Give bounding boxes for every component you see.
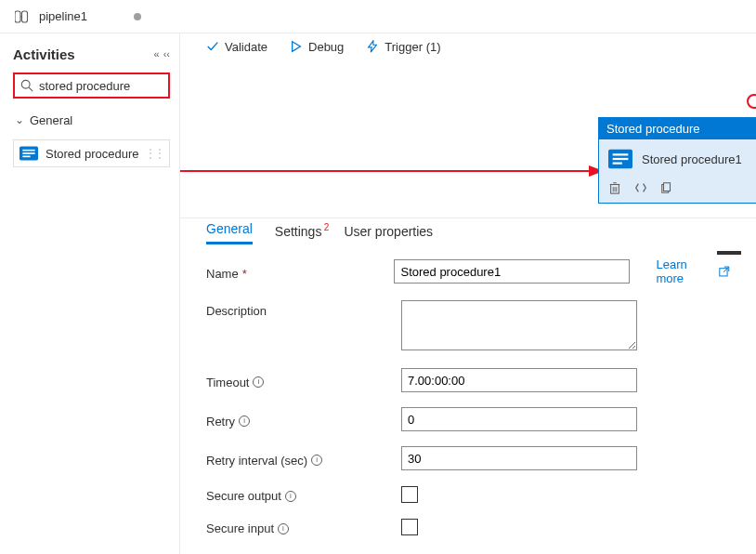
play-icon [290, 40, 303, 53]
secure-output-checkbox[interactable] [401, 486, 418, 503]
delete-icon[interactable] [608, 181, 621, 194]
pipeline-icon [15, 10, 32, 23]
collapse-panel-icon[interactable]: ‹‹ [163, 48, 170, 59]
svg-marker-10 [369, 41, 377, 52]
info-icon[interactable]: i [253, 376, 264, 388]
learn-more-link[interactable]: Learn more [656, 257, 730, 285]
pipeline-canvas[interactable]: Stored procedure Stored procedure1 [180, 59, 756, 218]
drag-grip-icon: ⋮⋮ [145, 147, 163, 160]
secure-input-label: Secure input [206, 521, 274, 535]
activities-panel: Activities « ‹‹ stored procedure ⌄ Gener… [0, 33, 180, 554]
activities-heading: Activities [13, 46, 75, 62]
check-icon [206, 40, 219, 53]
svg-rect-1 [22, 11, 28, 22]
secure-output-label: Secure output [206, 489, 281, 503]
timeout-label: Timeout [206, 376, 249, 389]
info-icon[interactable]: i [278, 523, 289, 534]
debug-button[interactable]: Debug [290, 40, 344, 54]
activity-stored-procedure[interactable]: Stored procedure ⋮⋮ [13, 139, 170, 167]
tab-user-properties[interactable]: User properties [344, 224, 433, 244]
svg-line-27 [723, 267, 729, 272]
chevron-down-icon: ⌄ [13, 113, 26, 126]
annotation-arrow [180, 162, 607, 180]
copy-icon[interactable] [660, 181, 673, 194]
retry-input[interactable] [401, 407, 637, 431]
search-icon [20, 79, 33, 92]
search-text: stored procedure [39, 79, 130, 93]
activities-search-input[interactable]: stored procedure [13, 73, 170, 99]
code-icon[interactable] [634, 181, 647, 194]
annotation-circle [747, 94, 756, 109]
canvas-node-stored-procedure[interactable]: Stored procedure Stored procedure1 [598, 117, 756, 204]
secure-input-checkbox[interactable] [401, 519, 418, 535]
description-label: Description [206, 304, 267, 318]
description-input[interactable] [401, 300, 637, 350]
svg-point-3 [21, 80, 30, 88]
name-label: Name [206, 267, 239, 281]
trigger-button[interactable]: Trigger (1) [366, 40, 440, 54]
name-input[interactable] [394, 259, 630, 284]
svg-rect-23 [664, 183, 671, 191]
unsaved-indicator-icon [134, 13, 141, 20]
info-icon[interactable]: i [311, 455, 322, 466]
pipeline-title: pipeline1 [39, 9, 87, 23]
stored-procedure-icon [608, 149, 632, 169]
info-icon[interactable]: i [239, 416, 250, 427]
retry-interval-input[interactable] [401, 446, 637, 470]
timeout-input[interactable] [401, 368, 637, 392]
node-type-label: Stored procedure [599, 118, 756, 139]
settings-badge: 2 [324, 222, 330, 232]
svg-rect-0 [15, 11, 20, 22]
svg-line-4 [29, 87, 33, 91]
info-icon[interactable]: i [285, 491, 296, 502]
collapse-all-icon[interactable]: « [154, 48, 160, 59]
panel-resize-handle[interactable] [717, 251, 741, 255]
tab-general[interactable]: General [206, 221, 253, 244]
group-general[interactable]: ⌄ General [13, 108, 170, 132]
lightning-icon [366, 40, 379, 53]
node-name: Stored procedure1 [642, 152, 742, 166]
stored-procedure-icon [20, 146, 38, 161]
retry-interval-label: Retry interval (sec) [206, 454, 307, 468]
svg-marker-9 [293, 42, 301, 52]
validate-button[interactable]: Validate [206, 40, 267, 54]
external-link-icon [719, 266, 730, 277]
required-indicator: * [242, 267, 247, 281]
tab-settings[interactable]: Settings 2 [275, 224, 322, 244]
retry-label: Retry [206, 415, 235, 429]
